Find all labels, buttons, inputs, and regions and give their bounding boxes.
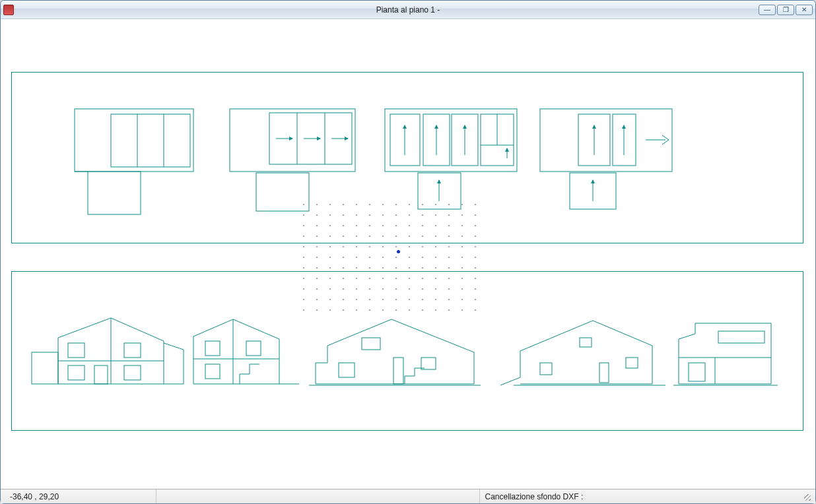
title-bar[interactable]: Pianta al piano 1 - — ❐ ✕ xyxy=(1,1,815,19)
svg-rect-0 xyxy=(75,109,193,172)
svg-rect-58 xyxy=(540,363,552,375)
minimize-icon: — xyxy=(764,6,770,13)
svg-rect-65 xyxy=(689,363,705,381)
svg-rect-1 xyxy=(111,114,190,167)
svg-rect-13 xyxy=(256,173,309,211)
minimize-button[interactable]: — xyxy=(759,5,776,15)
window-title: Pianta al piano 1 - xyxy=(1,5,815,15)
close-button[interactable]: ✕ xyxy=(796,5,813,15)
svg-rect-54 xyxy=(339,363,355,377)
svg-rect-50 xyxy=(246,341,261,356)
svg-rect-43 xyxy=(94,365,108,384)
svg-rect-55 xyxy=(421,358,436,369)
svg-rect-39 xyxy=(68,343,85,358)
drawing-canvas[interactable] xyxy=(1,19,815,489)
svg-rect-60 xyxy=(626,358,638,368)
elevations-panel xyxy=(11,271,803,431)
svg-rect-41 xyxy=(68,365,85,380)
resize-grip-icon[interactable] xyxy=(802,492,811,501)
svg-rect-51 xyxy=(205,364,220,379)
brick-icon xyxy=(3,5,14,15)
svg-line-44 xyxy=(164,343,184,350)
floorplans-panel xyxy=(11,72,803,243)
svg-rect-40 xyxy=(124,343,141,358)
svg-rect-49 xyxy=(205,341,220,356)
close-icon: ✕ xyxy=(801,6,807,13)
maximize-icon: ❐ xyxy=(783,6,789,13)
status-bar: -36,40 , 29,20 Cancellazione sfondo DXF … xyxy=(1,489,815,503)
maximize-button[interactable]: ❐ xyxy=(777,5,794,15)
origin-marker xyxy=(397,250,400,253)
svg-rect-53 xyxy=(362,338,380,350)
svg-rect-59 xyxy=(580,338,592,347)
svg-rect-35 xyxy=(32,352,58,384)
app-window: Pianta al piano 1 - — ❐ ✕ xyxy=(0,0,816,504)
svg-rect-4 xyxy=(88,172,141,214)
svg-rect-42 xyxy=(124,365,141,380)
floorplans-svg xyxy=(12,73,804,244)
svg-rect-6 xyxy=(230,109,355,172)
elevations-svg xyxy=(12,272,804,431)
svg-rect-61 xyxy=(599,363,609,383)
window-controls: — ❐ ✕ xyxy=(759,5,813,15)
status-spacer xyxy=(156,489,480,503)
status-coordinates: -36,40 , 29,20 xyxy=(5,489,156,503)
status-message: Cancellazione sfondo DXF : xyxy=(480,489,803,503)
svg-rect-64 xyxy=(718,331,765,343)
svg-rect-56 xyxy=(393,358,403,384)
